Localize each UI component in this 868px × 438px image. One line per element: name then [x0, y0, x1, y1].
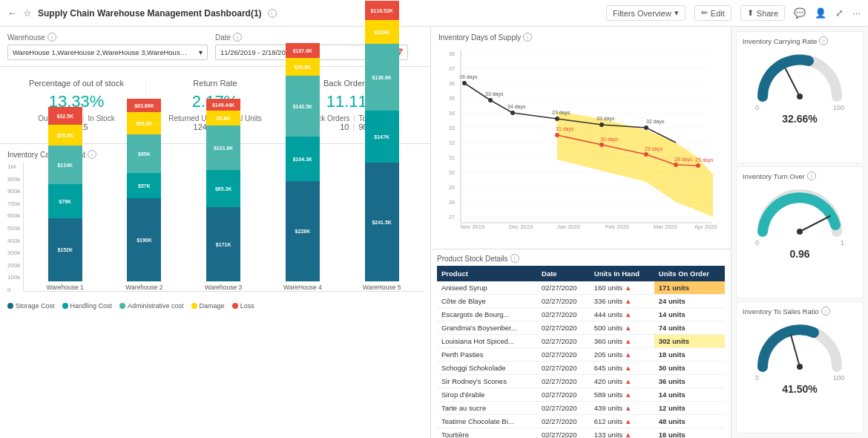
bar-group: $152K$76K$114K$55.5K$32.5KWarehouse 1 — [30, 107, 100, 291]
bar-segment: $152K — [48, 218, 82, 281]
gauge-1-info-icon[interactable]: i — [819, 36, 828, 45]
fullscreen-icon[interactable]: ⤢ — [835, 7, 844, 19]
svg-point-32 — [555, 117, 559, 121]
gauges-panel: Inventory Carrying Rate i 0 100 32.66 — [731, 27, 868, 438]
gauge-3-range: 0 100 — [755, 374, 844, 382]
svg-text:Feb 2020: Feb 2020 — [605, 223, 629, 230]
units-on-order: 171 units — [654, 281, 725, 295]
bar-segment: $57K — [127, 173, 161, 198]
table-row: Schoggi Schokolade02/27/2020645 units ▲3… — [437, 362, 725, 375]
svg-text:34: 34 — [449, 111, 455, 116]
svg-text:27: 27 — [449, 215, 455, 220]
bar-segment: $76K — [48, 184, 82, 218]
gauge-3-container: 0 100 41.50% — [743, 318, 857, 395]
svg-point-29 — [462, 81, 467, 85]
svg-text:Jan 2020: Jan 2020 — [557, 223, 580, 230]
bar-segment: $114K — [48, 146, 82, 184]
person-icon[interactable]: 👤 — [815, 7, 826, 19]
table-row: Aniseed Syrup02/27/2020160 units ▲171 un… — [437, 281, 725, 295]
legend-dot — [191, 303, 197, 309]
bar-label: Warehouse 1 — [47, 284, 84, 291]
left-panel: Warehouse i WareHouse 1,WareHouse 2,Ware… — [0, 27, 430, 438]
legend-dot — [119, 303, 125, 309]
table-row: Côte de Blaye02/27/2020336 units ▲24 uni… — [437, 295, 725, 308]
more-icon[interactable]: ··· — [852, 7, 861, 19]
bars-container: $152K$76K$114K$55.5K$32.5KWarehouse 1$19… — [23, 162, 423, 292]
stacked-bar: $228K$104.3K$142.5K$30.8K$187.6K — [286, 43, 320, 281]
supply-chart-info-icon[interactable]: i — [523, 33, 532, 42]
svg-text:38: 38 — [449, 51, 455, 56]
gauge-1-svg — [752, 48, 848, 104]
units-on-order: 16 units — [654, 428, 725, 439]
stock-table-info-icon[interactable]: i — [510, 254, 519, 263]
table-row: Tarte au sucre02/27/2020439 units ▲12 un… — [437, 402, 725, 415]
stacked-bar: $190K$57K$95K$55.5K$83.66K — [127, 99, 161, 281]
gauge-carrying-rate-title: Inventory Carrying Rate i — [743, 36, 857, 45]
stock-table-title: Product Stock Details i — [437, 254, 725, 263]
units-on-order: 36 units — [654, 375, 725, 388]
svg-text:Apr 2020: Apr 2020 — [694, 223, 717, 230]
comment-icon[interactable]: 💬 — [794, 7, 806, 19]
stock-table-body: Aniseed Syrup02/27/2020160 units ▲171 un… — [437, 281, 725, 438]
share-icon: ⬆ — [747, 8, 754, 18]
svg-point-25 — [599, 143, 604, 147]
gauge-2-info-icon[interactable]: i — [807, 171, 816, 180]
units-on-order: 14 units — [654, 388, 725, 402]
legend-handling-cost: Handling Cost — [62, 302, 113, 310]
warehouse-select[interactable]: WareHouse 1,WareHouse 2,WareHouse 3,Ware… — [7, 45, 208, 60]
svg-text:33 days: 33 days — [596, 116, 615, 122]
supply-chart-svg: 38 37 36 35 34 33 32 31 30 29 28 27 — [438, 45, 713, 234]
units-on-order: 74 units — [654, 321, 725, 335]
topbar: ← ☆ Supply Chain Warehouse Management Da… — [0, 0, 868, 27]
bar-segment: $190K — [127, 198, 161, 281]
bar-group: $228K$104.3K$142.5K$30.8K$187.6KWareHous… — [268, 43, 338, 291]
units-on-order: 302 units — [654, 335, 725, 348]
svg-line-56 — [800, 216, 830, 232]
gauge-1-container: 0 100 32.66% — [743, 48, 857, 125]
warehouse-info-icon[interactable]: i — [47, 33, 56, 42]
bar-label: WareHouse 4 — [283, 284, 322, 291]
svg-text:30: 30 — [449, 170, 455, 175]
edit-button[interactable]: ✏ Edit — [694, 5, 731, 21]
back-icon[interactable]: ← — [7, 7, 17, 19]
col-date: Date — [537, 266, 590, 281]
bar-segment: $30.8K — [286, 58, 320, 76]
topbar-title: Supply Chain Warehouse Management Dashbo… — [38, 8, 262, 19]
svg-point-30 — [488, 98, 493, 102]
svg-text:37: 37 — [449, 66, 455, 71]
filters-overview-button[interactable]: Filters Overview ▾ — [606, 5, 685, 21]
svg-text:35: 35 — [449, 96, 455, 101]
svg-text:33 days: 33 days — [485, 91, 504, 97]
table-row: Louisiana Hot Spiced...02/27/2020360 uni… — [437, 335, 725, 348]
bar-segment: $147K — [365, 111, 399, 163]
stacked-bar: $171K$85.3K$101.6K$5.8K$149.44K — [206, 99, 240, 281]
kpi-title-1: Return Rate — [154, 79, 277, 88]
svg-point-59 — [797, 364, 803, 370]
gauge-3-info-icon[interactable]: i — [821, 307, 830, 316]
svg-line-54 — [786, 69, 800, 97]
bar-segment: $55.5K — [48, 125, 82, 146]
stock-table: Product Date Units In Hand Units On Orde… — [437, 266, 725, 438]
edit-icon: ✏ — [701, 8, 708, 18]
pin-icon[interactable]: ☆ — [23, 7, 32, 19]
svg-text:34 days: 34 days — [507, 104, 526, 110]
units-on-order: 12 units — [654, 402, 725, 415]
topbar-info-icon[interactable]: i — [268, 9, 277, 18]
chevron-down-icon: ▾ — [674, 8, 679, 18]
stacked-bar: $152K$76K$114K$55.5K$32.5K — [48, 107, 82, 281]
warehouse-label: Warehouse i — [7, 33, 208, 42]
svg-point-55 — [797, 94, 803, 99]
topbar-left: ← ☆ Supply Chain Warehouse Management Da… — [7, 7, 277, 19]
date-info-icon[interactable]: i — [233, 33, 242, 42]
table-row: Escargots de Bourg...02/27/2020444 units… — [437, 308, 725, 321]
bar-chart: 1M 900k 800k 700k 600k 500k 400k 300k 20… — [7, 162, 423, 299]
bar-segment: $187.6K — [286, 43, 320, 58]
svg-point-33 — [599, 122, 604, 127]
share-button[interactable]: ⬆ Share — [740, 5, 785, 21]
bar-segment: $55.5K — [127, 112, 161, 134]
svg-point-28 — [696, 163, 700, 168]
svg-text:Nov 2019: Nov 2019 — [461, 223, 484, 230]
svg-text:25 days: 25 days — [695, 157, 714, 163]
bar-segment: $149.44K — [206, 99, 240, 111]
gauge-2-value: 0.96 — [789, 248, 809, 260]
